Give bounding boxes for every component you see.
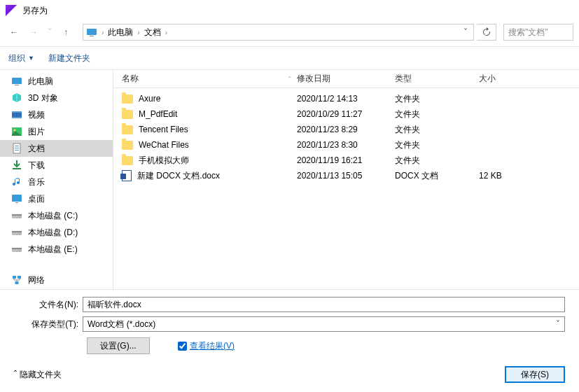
file-row[interactable]: 新建 DOCX 文档.docx2020/11/13 15:05DOCX 文档12… — [113, 168, 579, 183]
folder-row[interactable]: Tencent Files2020/11/23 8:29文件夹 — [113, 122, 579, 137]
column-date[interactable]: 修改日期 — [297, 73, 395, 85]
sidebar-item-document[interactable]: 文档 — [0, 140, 113, 157]
sort-asc-icon: ˆ — [288, 76, 291, 83]
desktop-icon — [11, 193, 22, 204]
address-bar[interactable]: › 此电脑 › 文档 › ˅ — [83, 24, 474, 41]
svg-rect-15 — [15, 202, 18, 203]
chevron-down-icon: ˅ — [556, 319, 560, 329]
save-form: 文件名(N): 保存类型(T): Word文档 (*.docx) ˅ 设置(G)… — [0, 289, 579, 357]
file-pane: 名称ˆ 修改日期 类型 大小 Axure2020/11/2 14:13文件夹M_… — [113, 70, 579, 289]
toolbar: 组织 ▼ 新建文件夹 — [0, 46, 579, 70]
column-size[interactable]: 大小 — [479, 73, 521, 85]
folder-row[interactable]: M_PdfEdit2020/10/29 11:27文件夹 — [113, 106, 579, 122]
file-name: WeChat Files — [139, 140, 189, 150]
svg-point-18 — [19, 216, 20, 218]
sidebar-item-download[interactable]: 下载 — [0, 157, 113, 174]
svg-rect-5 — [12, 111, 22, 113]
file-date: 2020/11/13 15:05 — [297, 171, 395, 181]
svg-rect-12 — [15, 150, 19, 150]
sidebar-item-label: 文档 — [28, 143, 45, 155]
sidebar-item-label: 视频 — [28, 109, 45, 121]
docx-icon — [122, 170, 132, 181]
folder-icon — [122, 156, 133, 165]
file-size: 12 KB — [479, 171, 521, 181]
organize-label: 组织 — [8, 52, 25, 64]
title-bar: 另存为 — [0, 0, 579, 21]
svg-rect-26 — [18, 276, 21, 279]
filetype-label: 保存类型(T): — [14, 318, 83, 330]
sidebar: 此电脑3D 对象视频图片文档下载音乐桌面本地磁盘 (C:)本地磁盘 (D:)本地… — [0, 70, 113, 289]
folder-row[interactable]: WeChat Files2020/11/23 8:30文件夹 — [113, 137, 579, 153]
breadcrumb-item[interactable]: 文档 — [144, 27, 161, 38]
file-date: 2020/10/29 11:27 — [297, 109, 395, 119]
file-type: 文件夹 — [395, 124, 479, 136]
chevron-down-icon: ▼ — [28, 55, 34, 62]
file-type: 文件夹 — [395, 139, 479, 151]
sidebar-item-music[interactable]: 音乐 — [0, 174, 113, 190]
pc-icon — [86, 27, 97, 38]
file-name: 新建 DOCX 文档.docx — [137, 170, 220, 182]
recent-dropdown[interactable]: ˅ — [45, 24, 55, 41]
sidebar-item-label: 本地磁盘 (D:) — [28, 227, 78, 239]
svg-point-24 — [19, 250, 20, 251]
svg-rect-3 — [15, 85, 19, 85]
folder-row[interactable]: Axure2020/11/2 14:13文件夹 — [113, 91, 579, 106]
file-name: 手机模拟大师 — [139, 155, 189, 167]
column-type[interactable]: 类型 — [395, 73, 479, 85]
sidebar-item-drive[interactable]: 本地磁盘 (C:) — [0, 207, 113, 224]
sidebar-item-label: 3D 对象 — [28, 92, 58, 104]
filename-input[interactable] — [83, 297, 565, 312]
drive-icon — [11, 210, 22, 221]
svg-rect-23 — [12, 248, 22, 249]
forward-button: → — [25, 24, 42, 41]
sidebar-item-label: 下载 — [28, 160, 45, 172]
sidebar-item-drive[interactable]: 本地磁盘 (E:) — [0, 241, 113, 258]
svg-rect-0 — [87, 29, 97, 35]
chevron-right-icon: › — [102, 29, 104, 36]
sidebar-item-desktop[interactable]: 桌面 — [0, 190, 113, 207]
filetype-value: Word文档 (*.docx) — [88, 318, 155, 330]
svg-rect-25 — [13, 276, 16, 279]
search-input[interactable]: 搜索"文档" — [503, 24, 573, 41]
svg-rect-27 — [15, 281, 19, 284]
drive-icon — [11, 244, 22, 255]
column-name[interactable]: 名称ˆ — [122, 73, 297, 85]
breadcrumb-item[interactable]: 此电脑 — [108, 27, 133, 38]
sidebar-item-video[interactable]: 视频 — [0, 106, 113, 123]
filetype-select[interactable]: Word文档 (*.docx) ˅ — [83, 316, 565, 332]
svg-rect-20 — [12, 231, 22, 232]
back-button[interactable]: ← — [6, 24, 22, 41]
new-folder-button[interactable]: 新建文件夹 — [48, 52, 90, 64]
hide-folders-label: 隐藏文件夹 — [20, 369, 62, 381]
svg-rect-13 — [13, 168, 21, 169]
video-icon — [11, 109, 22, 120]
chevron-right-icon: › — [137, 29, 139, 36]
sidebar-item-3d[interactable]: 3D 对象 — [0, 90, 113, 106]
sidebar-item-pc[interactable]: 此电脑 — [0, 73, 113, 90]
sidebar-item-picture[interactable]: 图片 — [0, 123, 113, 140]
column-headers: 名称ˆ 修改日期 类型 大小 — [113, 70, 579, 88]
folder-icon — [122, 94, 133, 104]
refresh-button[interactable] — [477, 24, 496, 41]
view-result-input[interactable] — [178, 342, 187, 351]
file-date: 2020/11/2 14:13 — [297, 94, 395, 104]
file-type: 文件夹 — [395, 108, 479, 120]
svg-rect-1 — [90, 36, 94, 36]
hide-folders-toggle[interactable]: ˆ 隐藏文件夹 — [14, 369, 62, 381]
save-button[interactable]: 保存(S) — [505, 366, 565, 383]
folder-row[interactable]: 手机模拟大师2020/11/19 16:21文件夹 — [113, 153, 579, 168]
address-dropdown-icon[interactable]: ˅ — [461, 27, 470, 37]
view-result-checkbox[interactable]: 查看结果(V) — [178, 340, 235, 352]
picture-icon — [11, 126, 22, 137]
organize-menu[interactable]: 组织 ▼ — [8, 52, 34, 64]
file-type: 文件夹 — [395, 93, 479, 105]
settings-button[interactable]: 设置(G)... — [87, 337, 150, 354]
file-list: Axure2020/11/2 14:13文件夹M_PdfEdit2020/10/… — [113, 88, 579, 289]
search-placeholder: 搜索"文档" — [508, 27, 548, 38]
file-name: M_PdfEdit — [139, 109, 177, 119]
sidebar-item-label: 音乐 — [28, 176, 45, 188]
sidebar-item-network[interactable]: 网络 — [0, 272, 113, 288]
sidebar-item-drive[interactable]: 本地磁盘 (D:) — [0, 224, 113, 241]
folder-icon — [122, 110, 133, 119]
up-button[interactable]: ↑ — [57, 24, 74, 41]
